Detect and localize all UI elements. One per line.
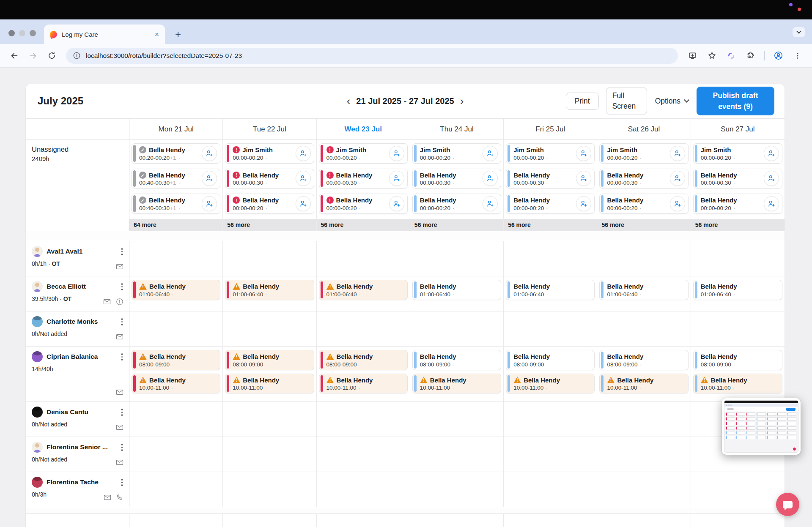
schedule-cell[interactable] [129, 311, 223, 346]
schedule-cell[interactable] [504, 402, 597, 437]
event-card[interactable]: Bella Hendy00:20-00:20+1· [132, 143, 220, 164]
assign-person-button[interactable] [483, 171, 498, 186]
envelope-icon[interactable] [103, 298, 111, 306]
site-info-icon[interactable] [73, 52, 81, 60]
recorder-extension-icon[interactable] [723, 47, 740, 64]
kebab-menu-icon[interactable] [120, 478, 124, 487]
event-card[interactable]: Bella Hendy00:40-00:30+1· [132, 169, 220, 189]
schedule-cell[interactable]: Bella Hendy08:00-09:00·!Bella Hendy10:00… [410, 347, 504, 401]
schedule-cell[interactable] [223, 241, 316, 276]
event-card[interactable]: !Bella Hendy00:00-00:20· [225, 194, 314, 214]
assign-person-button[interactable] [576, 146, 591, 161]
schedule-cell[interactable] [691, 241, 785, 276]
close-tab-icon[interactable]: × [155, 31, 159, 38]
event-card[interactable]: Jim Smith00:00-00:20· [506, 143, 595, 164]
window-controls[interactable] [8, 30, 36, 36]
event-card[interactable]: Bella Hendy01:00-06:40· [506, 280, 595, 300]
event-card[interactable]: Bella Hendy00:00-00:20· [599, 194, 688, 214]
schedule-cell[interactable] [504, 241, 597, 276]
schedule-cell[interactable] [410, 241, 504, 276]
extensions-puzzle-icon[interactable] [742, 47, 759, 64]
schedule-cell[interactable]: !Bella Hendy01:00-06:40· [317, 276, 410, 311]
event-card[interactable]: Jim Smith00:00-00:20· [599, 143, 688, 164]
schedule-cell[interactable]: !Bella Hendy01:00-06:40· [223, 276, 316, 311]
envelope-icon[interactable] [115, 333, 124, 341]
schedule-cell[interactable] [691, 311, 785, 346]
schedule-cell[interactable] [223, 472, 316, 507]
schedule-cell[interactable] [317, 241, 410, 276]
info-circle-icon[interactable] [115, 298, 124, 306]
schedule-cell[interactable]: !Bella Hendy01:00-06:40· [129, 276, 223, 311]
schedule-cell[interactable] [410, 472, 504, 507]
window-close-icon[interactable] [8, 30, 15, 36]
event-card[interactable]: !Bella Hendy10:00-11:00· [225, 374, 314, 394]
schedule-cell[interactable]: Bella Hendy01:00-06:40· [504, 276, 597, 311]
back-button[interactable] [6, 47, 23, 64]
schedule-cell[interactable] [129, 402, 223, 437]
schedule-cell[interactable] [691, 514, 785, 527]
schedule-cell[interactable]: !Jim Smith00:00-00:20·!Bella Hendy00:00-… [317, 140, 410, 231]
event-card[interactable]: Bella Hendy08:00-09:00· [412, 350, 501, 370]
event-card[interactable]: !Bella Hendy10:00-11:00· [319, 374, 408, 394]
schedule-cell[interactable]: Bella Hendy00:20-00:20+1·Bella Hendy00:4… [129, 140, 223, 231]
assign-person-button[interactable] [389, 146, 404, 161]
schedule-cell[interactable] [504, 472, 597, 507]
browser-tab[interactable]: Log my Care × [44, 25, 165, 44]
event-card[interactable]: !Bella Hendy10:00-11:00· [693, 374, 782, 394]
schedule-cell[interactable] [317, 437, 410, 472]
event-card[interactable]: Bella Hendy00:00-00:30· [412, 169, 501, 189]
schedule-cell[interactable]: Jim Smith00:00-00:20·Bella Hendy00:00-00… [691, 140, 785, 231]
assign-person-button[interactable] [764, 196, 779, 211]
event-card[interactable]: Bella Hendy00:00-00:20· [506, 194, 595, 214]
schedule-cell[interactable] [317, 311, 410, 346]
kebab-menu-icon[interactable] [120, 407, 124, 417]
schedule-cell[interactable]: !Bella Hendy08:00-09:00·!Bella Hendy10:0… [129, 347, 223, 401]
event-card[interactable]: !Bella Hendy10:00-11:00· [412, 374, 501, 394]
chat-launcher-button[interactable] [776, 493, 799, 516]
schedule-cell[interactable] [597, 437, 691, 472]
schedule-cell[interactable] [317, 472, 410, 507]
event-card[interactable]: !Jim Smith00:00-00:20· [225, 143, 314, 164]
event-card[interactable]: Bella Hendy00:00-00:20· [412, 194, 501, 214]
event-card[interactable]: !Bella Hendy01:00-06:40· [319, 280, 408, 300]
assign-person-button[interactable] [764, 146, 779, 161]
schedule-cell[interactable]: Jim Smith00:00-00:20·Bella Hendy00:00-00… [410, 140, 504, 231]
envelope-icon[interactable] [115, 458, 124, 467]
schedule-cell[interactable] [223, 311, 316, 346]
new-tab-button[interactable]: + [173, 29, 184, 41]
kebab-menu-icon[interactable] [120, 352, 124, 362]
schedule-cell[interactable]: Jim Smith00:00-00:20·Bella Hendy00:00-00… [504, 140, 597, 231]
event-card[interactable]: Bella Hendy01:00-06:40· [599, 280, 688, 300]
event-card[interactable]: !Bella Hendy10:00-11:00· [506, 374, 595, 394]
kebab-menu-icon[interactable] [120, 442, 124, 452]
print-button[interactable]: Print [566, 93, 599, 110]
more-events-bar[interactable]: 56 more [504, 219, 597, 231]
schedule-cell[interactable]: Bella Hendy08:00-09:00·!Bella Hendy10:00… [597, 347, 691, 401]
schedule-cell[interactable]: Bella Hendy08:00-09:00·!Bella Hendy10:00… [691, 347, 785, 401]
options-button[interactable]: Options [654, 93, 689, 109]
tab-search-button[interactable] [793, 27, 805, 37]
event-card[interactable]: Bella Hendy08:00-09:00· [506, 350, 595, 370]
event-card[interactable]: !Bella Hendy08:00-09:00· [225, 350, 314, 370]
assign-person-button[interactable] [483, 196, 498, 211]
schedule-cell[interactable] [504, 514, 597, 527]
schedule-cell[interactable] [223, 514, 316, 527]
assign-person-button[interactable] [296, 171, 311, 186]
event-card[interactable]: !Bella Hendy08:00-09:00· [132, 350, 220, 370]
assign-person-button[interactable] [296, 196, 311, 211]
schedule-cell[interactable]: Bella Hendy01:00-06:40· [691, 276, 785, 311]
event-card[interactable]: Bella Hendy08:00-09:00· [693, 350, 782, 370]
next-week-button[interactable]: › [455, 96, 469, 106]
publish-draft-events-button[interactable]: Publish draft events (9) [697, 87, 774, 116]
event-card[interactable]: !Bella Hendy10:00-11:00· [599, 374, 688, 394]
schedule-cell[interactable] [597, 472, 691, 507]
event-card[interactable]: Bella Hendy00:00-00:30· [693, 169, 782, 189]
assign-person-button[interactable] [389, 196, 404, 211]
event-card[interactable]: !Bella Hendy00:00-00:30· [319, 169, 408, 189]
install-app-icon[interactable] [684, 47, 701, 64]
event-card[interactable]: Bella Hendy00:00-00:30· [599, 169, 688, 189]
kebab-menu-icon[interactable] [120, 247, 124, 257]
assign-person-button[interactable] [296, 146, 311, 161]
event-card[interactable]: Bella Hendy00:40-00:30+1· [132, 194, 220, 214]
forward-button[interactable] [25, 47, 41, 64]
